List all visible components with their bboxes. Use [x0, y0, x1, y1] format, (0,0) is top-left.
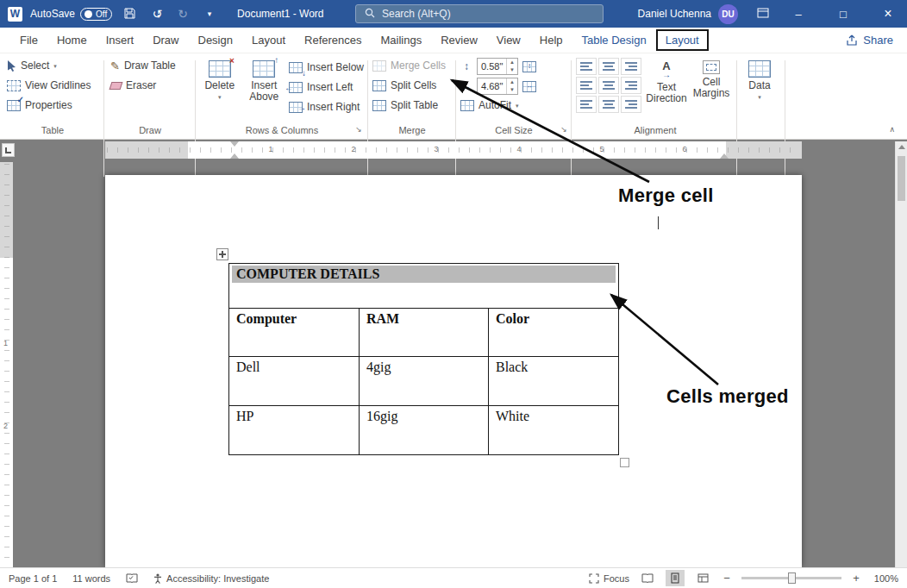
draw-table-button[interactable]: ✎ Draw Table	[110, 58, 190, 73]
view-gridlines-button[interactable]: View Gridlines	[7, 78, 98, 93]
text-direction-button[interactable]: A→ Text Direction	[647, 58, 686, 113]
distribute-rows-icon[interactable]: ↕	[522, 61, 536, 72]
left-indent-marker[interactable]	[230, 153, 239, 159]
distribute-columns-icon[interactable]: ↔	[522, 81, 536, 92]
row-height-input[interactable]: 0.58" ▲▼	[477, 58, 518, 75]
word-app-icon[interactable]: W	[8, 7, 22, 22]
table-cell[interactable]: 16gig	[360, 406, 489, 455]
column-width-spinner[interactable]: ▲▼	[506, 78, 517, 94]
align-center-right-button[interactable]	[621, 77, 641, 94]
delete-button[interactable]: × Delete ▾	[200, 58, 239, 115]
align-bottom-center-button[interactable]	[598, 96, 619, 113]
horizontal-ruler[interactable]: 1 2 3 4 5 6	[105, 141, 802, 159]
user-avatar[interactable]: DU	[718, 4, 738, 24]
align-center-left-button[interactable]	[576, 77, 597, 94]
user-name[interactable]: Daniel Uchenna	[638, 8, 711, 20]
table-cell[interactable]: HP	[229, 406, 360, 455]
insert-right-button[interactable]: → Insert Right	[289, 99, 364, 115]
eraser-button[interactable]: Eraser	[110, 78, 190, 93]
align-top-center-button[interactable]	[598, 58, 619, 75]
word-count[interactable]: 11 words	[72, 573, 110, 584]
column-width-input[interactable]: 4.68" ▲▼	[477, 78, 518, 95]
cell-size-dialog-launcher-icon[interactable]: ↘	[559, 124, 569, 134]
tab-insert[interactable]: Insert	[97, 29, 144, 51]
table-header-cell[interactable]: Computer	[229, 309, 360, 357]
collapse-ribbon-icon[interactable]: ∧	[889, 125, 895, 134]
customize-quick-access-icon[interactable]: ▾	[200, 10, 219, 18]
close-button[interactable]: ×	[869, 0, 907, 28]
row-height-spinner[interactable]: ▲▼	[506, 59, 517, 74]
tab-mailings[interactable]: Mailings	[372, 29, 432, 51]
cell-margins-button[interactable]: Cell Margins	[691, 58, 731, 113]
share-button[interactable]: Share	[846, 34, 907, 47]
align-bottom-left-button[interactable]	[576, 96, 597, 113]
ribbon-display-options-icon[interactable]	[754, 8, 773, 20]
tab-draw[interactable]: Draw	[143, 29, 188, 51]
tab-stop-selector[interactable]	[2, 143, 15, 157]
merged-header-cell[interactable]: COMPUTER DETAILS	[229, 264, 619, 309]
zoom-slider-thumb[interactable]	[788, 572, 796, 584]
read-mode-button[interactable]	[638, 570, 657, 586]
maximize-button[interactable]: □	[824, 0, 862, 28]
accessibility-status[interactable]: Accessibility: Investigate	[153, 573, 269, 584]
search-box[interactable]: Search (Alt+Q)	[355, 4, 604, 23]
focus-mode-button[interactable]: Focus	[589, 573, 629, 584]
scrollbar-thumb[interactable]	[898, 156, 905, 201]
vertical-scrollbar[interactable]	[895, 141, 907, 567]
save-icon[interactable]	[120, 8, 139, 21]
align-top-left-button[interactable]	[576, 58, 597, 75]
rows-columns-dialog-launcher-icon[interactable]: ↘	[353, 124, 364, 134]
document-table[interactable]: COMPUTER DETAILS Computer RAM Color Dell…	[228, 263, 619, 455]
split-table-button[interactable]: Split Table	[372, 97, 452, 113]
tab-table-layout-active[interactable]: Layout	[656, 29, 709, 51]
autosave-toggle[interactable]: Off	[80, 8, 112, 21]
table-cell[interactable]: Black	[489, 357, 619, 406]
table-header-cell[interactable]: Color	[489, 309, 619, 357]
zoom-out-button[interactable]: −	[721, 572, 733, 585]
insert-above-button[interactable]: ↑ Insert Above	[244, 58, 283, 115]
table-cell[interactable]: 4gig	[360, 357, 489, 406]
page-indicator[interactable]: Page 1 of 1	[9, 573, 57, 584]
tab-layout[interactable]: Layout	[242, 29, 295, 51]
table-resize-handle[interactable]	[620, 458, 629, 467]
properties-button[interactable]: ✓ Properties	[7, 97, 98, 113]
align-center-button[interactable]	[598, 77, 619, 94]
align-top-right-button[interactable]	[621, 58, 641, 75]
data-button[interactable]: Data ▾	[740, 58, 779, 100]
web-layout-button[interactable]	[693, 570, 712, 586]
table-cell[interactable]: White	[489, 406, 619, 455]
annotation-cells-merged: Cells merged	[666, 385, 789, 408]
zoom-level[interactable]: 100%	[871, 573, 898, 584]
tab-references[interactable]: References	[295, 29, 371, 51]
tab-table-design[interactable]: Table Design	[572, 29, 656, 51]
proofing-icon[interactable]	[126, 573, 138, 584]
tab-design[interactable]: Design	[189, 29, 242, 51]
zoom-in-button[interactable]: +	[850, 572, 862, 585]
print-layout-button[interactable]	[666, 570, 685, 586]
table-move-handle[interactable]	[216, 248, 228, 260]
undo-button[interactable]: ↺▾	[147, 8, 166, 20]
table-cell[interactable]: Dell	[229, 357, 360, 406]
ruler-number: 6	[682, 145, 686, 153]
tab-file[interactable]: File	[10, 29, 47, 51]
autofit-button[interactable]: AutoFit ▾	[460, 97, 567, 113]
insert-left-button[interactable]: ← Insert Left	[289, 79, 364, 95]
group-divider	[455, 60, 456, 177]
table-header-cell[interactable]: RAM	[360, 309, 489, 357]
minimize-button[interactable]: –	[779, 0, 817, 28]
document-page[interactable]: COMPUTER DETAILS Computer RAM Color Dell…	[105, 175, 802, 567]
scroll-up-icon[interactable]	[896, 141, 907, 153]
insert-below-button[interactable]: ↓ Insert Below	[289, 59, 364, 75]
tab-help[interactable]: Help	[530, 29, 572, 51]
tab-view[interactable]: View	[487, 29, 530, 51]
tab-review[interactable]: Review	[431, 29, 487, 51]
first-line-indent-marker[interactable]	[230, 141, 239, 147]
zoom-slider[interactable]	[741, 577, 841, 579]
tab-home[interactable]: Home	[47, 29, 97, 51]
right-indent-marker[interactable]	[720, 153, 729, 159]
vertical-ruler[interactable]: 1 2	[0, 162, 13, 567]
split-cells-button[interactable]: Split Cells	[372, 78, 452, 93]
align-bottom-right-button[interactable]	[621, 96, 641, 113]
select-button[interactable]: Select ▾	[7, 58, 98, 73]
autosave-control[interactable]: AutoSave Off	[30, 8, 112, 21]
